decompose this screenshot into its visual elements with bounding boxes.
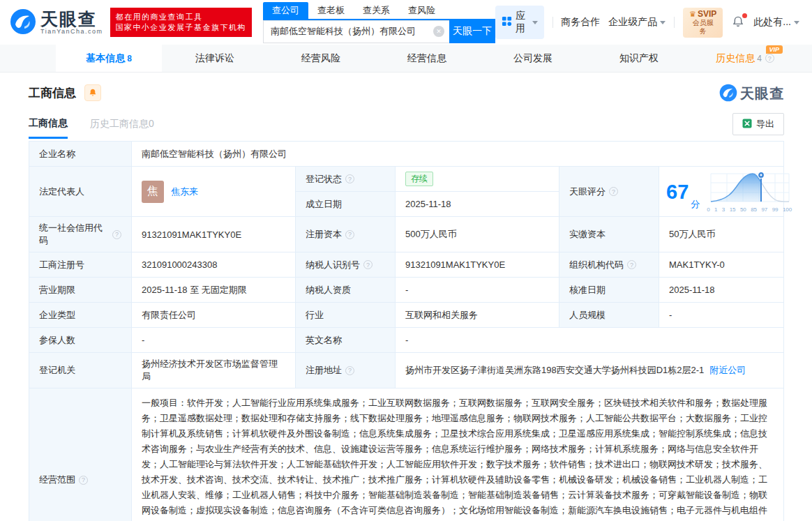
tick: 99 (772, 207, 779, 213)
svip-member-badge[interactable]: ♛ SVIP 会员服务 (683, 8, 723, 38)
help-icon[interactable]: ? (345, 366, 354, 375)
field-label-text: 组织机构代码 (569, 259, 624, 271)
tick: 97 (761, 207, 767, 213)
taxpayer-quality-value: - (396, 278, 559, 302)
tab-company-development[interactable]: 公司发展 (480, 45, 586, 72)
legal-rep-link[interactable]: 焦东来 (171, 186, 198, 198)
excel-icon (742, 119, 752, 130)
clear-icon[interactable]: ✕ (433, 26, 444, 37)
tab-operating-risk[interactable]: 经营风险 (268, 45, 374, 72)
export-label: 导出 (756, 118, 774, 130)
business-coop-link[interactable]: 商务合作 (561, 16, 600, 29)
tab-intellectual-property[interactable]: 知识产权 (586, 45, 692, 72)
insured-value: - (132, 328, 296, 352)
score-number: 67 (666, 181, 689, 202)
monitor-bell-icon[interactable] (84, 84, 101, 101)
help-icon[interactable]: ? (79, 476, 88, 485)
apps-grid-icon (502, 16, 512, 29)
field-label-text: 统一社会信用代码 (39, 222, 109, 247)
notification-dot (742, 13, 747, 18)
search-tab-relation[interactable]: 查关系 (354, 2, 399, 19)
tick: 15 (730, 207, 736, 213)
search-tab-risk[interactable]: 查风险 (399, 2, 444, 19)
business-info-table: 企业名称 南邮低空智能科技（扬州）有限公司 法定代表人 焦 焦东来 登记状态 ? (29, 141, 784, 521)
search-tabs: 查公司 查老板 查关系 查风险 (263, 2, 495, 20)
table-row: 经营范围 ? 一般项目：软件开发；人工智能行业应用系统集成服务；工业互联网数据服… (29, 388, 783, 521)
subtab-history-business-info[interactable]: 历史工商信息0 (90, 118, 154, 137)
export-button[interactable]: 导出 (732, 113, 784, 135)
enterprise-products-label: 企业级产品 (608, 16, 657, 29)
reg-number-label: 工商注册号 (29, 252, 132, 277)
subtab-business-info[interactable]: 工商信息 (29, 117, 68, 139)
field-label-text: 经营范围 (39, 474, 75, 486)
score-distribution-chart: 0 1 3 15 50 85 97 99 100 (707, 171, 792, 213)
tick: 1 (714, 207, 717, 213)
search-tab-company[interactable]: 查公司 (263, 2, 308, 19)
company-nav-tabs: 基本信息 8 法律诉讼 经营风险 经营信息 公司发展 知识产权 VIP 历史信息… (0, 45, 812, 73)
registry-value: 扬州经济技术开发区市场监督管理局 (132, 353, 296, 388)
tab-label: 公司发展 (513, 52, 552, 65)
table-row: 工商注册号 321091000243308 纳税人识别号 ? 91321091M… (29, 252, 783, 278)
tab-label: 经营风险 (301, 52, 340, 65)
taxpayer-id-label: 纳税人识别号 ? (296, 252, 396, 277)
tab-history-info[interactable]: VIP 历史信息 4 ? (692, 45, 798, 72)
org-code-label: 组织机构代码 ? (559, 252, 659, 277)
watermark-text: 天眼查 (740, 84, 784, 103)
promo-line1: 都在用的商业查询工具 (116, 12, 247, 22)
nearby-companies-link[interactable]: 附近公司 (709, 364, 746, 377)
credit-code-label: 统一社会信用代码 ? (29, 217, 132, 252)
notifications-bell[interactable] (731, 15, 745, 31)
section-title: 工商信息 (29, 85, 76, 101)
legal-rep-value: 焦 焦东来 (132, 167, 296, 216)
table-row: 登记机关 扬州经济技术开发区市场监督管理局 注册地址 ? 扬州市开发区扬子津街道… (29, 353, 783, 388)
search-button[interactable]: 天眼一下 (449, 20, 495, 43)
reg-capital-label: 注册资本 ? (296, 217, 396, 252)
reg-status-label: 登记状态 ? (296, 167, 396, 191)
tianyancha-logo[interactable]: 天眼查 TianYanCha.com (10, 8, 103, 37)
help-icon[interactable]: ? (112, 230, 121, 239)
search-row: ✕ 天眼一下 (263, 20, 495, 43)
avatar[interactable]: 焦 (142, 181, 164, 203)
search-box: ✕ (263, 20, 449, 43)
tab-legal-lawsuits[interactable]: 法律诉讼 (162, 45, 268, 72)
more-menu[interactable]: 此处有... (753, 16, 799, 29)
field-label-text: 天眼评分 (569, 186, 606, 198)
business-coop-label: 商务合作 (561, 16, 600, 29)
company-type-value: 有限责任公司 (132, 303, 296, 327)
help-icon[interactable]: ? (765, 54, 774, 63)
search-module: 查公司 查老板 查关系 查风险 ✕ 天眼一下 (263, 2, 495, 43)
reg-status-value: 存续 (396, 167, 559, 191)
help-icon[interactable]: ? (609, 187, 618, 196)
staff-size-label: 人员规模 (559, 303, 659, 327)
vip-badge: VIP (766, 45, 783, 54)
chevron-down-icon (532, 21, 538, 24)
company-type-label: 企业类型 (29, 303, 132, 327)
english-name-value: - (396, 328, 783, 352)
search-input[interactable] (264, 21, 449, 43)
promo-banner: 都在用的商业查询工具 国家中小企业发展子基金旗下机构 (110, 8, 253, 37)
table-row: 统一社会信用代码 ? 91321091MAK1TYKY0E 注册资本 ? 500… (29, 217, 783, 252)
section-head: 工商信息 天眼查 (29, 82, 784, 103)
help-icon[interactable]: ? (345, 174, 354, 183)
term-label: 营业期限 (29, 278, 132, 302)
table-row: 参保人数 - 英文名称 - (29, 328, 783, 353)
taxpayer-id-value: 91321091MAK1TYKY0E (396, 252, 559, 277)
taxpayer-quality-label: 纳税人资质 (296, 278, 396, 302)
search-tab-boss[interactable]: 查老板 (308, 2, 354, 19)
brand-domain: TianYanCha.com (40, 28, 103, 35)
company-name-value: 南邮低空智能科技（扬州）有限公司 (132, 142, 783, 166)
page: 天眼查 TianYanCha.com 都在用的商业查询工具 国家中小企业发展子基… (0, 0, 812, 521)
help-icon[interactable]: ? (363, 260, 373, 269)
tab-count: 8 (127, 54, 132, 63)
promo-line2: 国家中小企业发展子基金旗下机构 (116, 22, 247, 33)
help-icon[interactable]: ? (345, 230, 354, 239)
company-name-label: 企业名称 (29, 142, 132, 166)
chevron-down-icon (794, 21, 799, 24)
tab-basic-info[interactable]: 基本信息 8 (56, 45, 162, 72)
enterprise-products-menu[interactable]: 企业级产品 (608, 16, 666, 29)
apps-menu[interactable]: 应用 (495, 6, 543, 39)
help-icon[interactable]: ? (627, 260, 636, 269)
tab-operating-info[interactable]: 经营信息 (374, 45, 480, 72)
tab-label: 知识产权 (619, 52, 659, 65)
svip-label: SVIP (698, 10, 716, 19)
